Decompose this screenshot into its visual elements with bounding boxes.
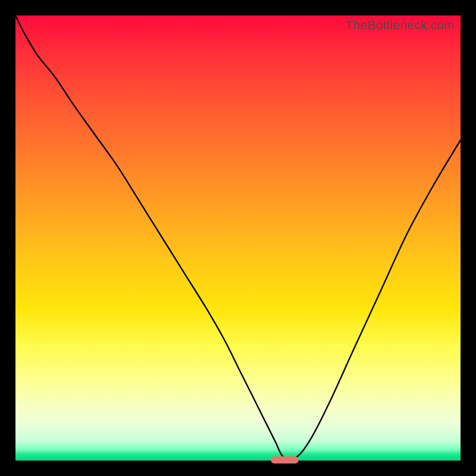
bottleneck-curve [15, 15, 461, 461]
optimal-marker [271, 456, 298, 464]
chart-frame: TheBottleneck.com [0, 0, 476, 476]
plot-area: TheBottleneck.com [15, 15, 461, 461]
